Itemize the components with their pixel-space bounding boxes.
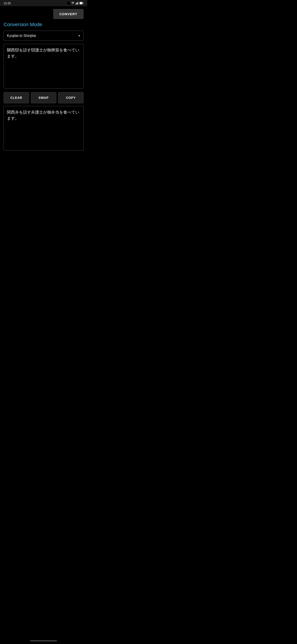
conversion-mode-title: Conversion Mode xyxy=(3,22,84,28)
input-textarea[interactable]: 關西辯を話す辯護士が御辨當を食べています。 xyxy=(3,44,84,88)
svg-rect-1 xyxy=(75,4,76,4)
status-time: 12:25 xyxy=(3,2,11,5)
chevron-down-icon: ▾ xyxy=(78,34,80,38)
signal-icon xyxy=(75,2,79,4)
svg-rect-7 xyxy=(80,2,82,4)
home-icon xyxy=(67,2,70,5)
copy-button[interactable]: COPY xyxy=(58,92,84,103)
status-bar: 12:25 xyxy=(0,0,87,6)
svg-rect-8 xyxy=(83,3,83,4)
top-row: CONVERT xyxy=(3,9,84,19)
svg-rect-3 xyxy=(77,2,77,4)
svg-rect-4 xyxy=(77,2,78,4)
conversion-mode-dropdown[interactable]: Kyujitai to Shinjitai ▾ xyxy=(3,31,84,41)
dropdown-value: Kyujitai to Shinjitai xyxy=(7,34,36,38)
swap-button[interactable]: SWAP xyxy=(31,92,56,103)
wifi-icon xyxy=(71,2,75,4)
svg-rect-5 xyxy=(78,2,79,4)
clear-button[interactable]: CLEAR xyxy=(3,92,29,103)
svg-point-0 xyxy=(67,2,70,5)
convert-button[interactable]: CONVERT xyxy=(53,9,84,19)
app-content: CONVERT Conversion Mode Kyujitai to Shin… xyxy=(0,6,87,154)
battery-icon xyxy=(79,2,84,4)
svg-rect-2 xyxy=(76,3,77,4)
button-row: CLEAR SWAP COPY xyxy=(3,92,84,103)
output-area: 関西弁を話す弁護士が御弁当を食べています。 xyxy=(3,106,84,151)
status-icons xyxy=(67,2,84,5)
